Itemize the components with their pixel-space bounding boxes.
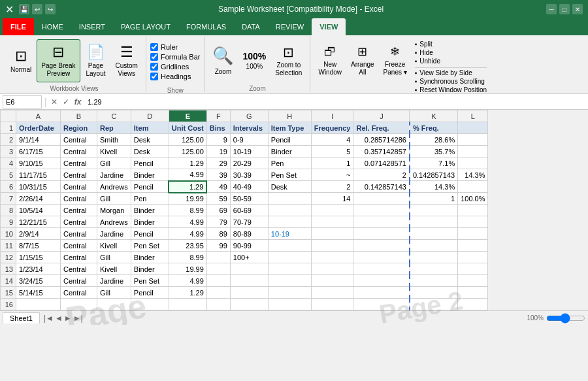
tab-pagelayout[interactable]: PAGE LAYOUT bbox=[113, 18, 178, 35]
restore-icon[interactable]: □ bbox=[559, 4, 570, 14]
tab-formulas[interactable]: FORMULAS bbox=[178, 18, 234, 35]
cell-A4[interactable]: 9/10/15 bbox=[16, 157, 61, 169]
freeze-panes-button[interactable]: ❄ FreezePanes ▾ bbox=[380, 39, 411, 82]
cell-I2[interactable]: 4 bbox=[311, 134, 353, 146]
cell-B8[interactable]: Central bbox=[61, 205, 97, 216]
cell-G9[interactable]: 70-79 bbox=[230, 216, 268, 228]
zoom-slider[interactable] bbox=[546, 313, 585, 323]
cell-E6[interactable]: 1.29 bbox=[169, 181, 206, 193]
cell-B16[interactable] bbox=[61, 299, 97, 310]
page-layout-button[interactable]: 📄 PageLayout bbox=[82, 39, 110, 82]
tab-view[interactable]: VIEW bbox=[312, 18, 346, 35]
cell-F3[interactable]: 19 bbox=[206, 146, 230, 157]
cell-A10[interactable]: 2/9/14 bbox=[16, 228, 61, 240]
cell-I12[interactable] bbox=[311, 252, 353, 263]
cell-F4[interactable]: 29 bbox=[206, 157, 230, 169]
cell-H7[interactable] bbox=[268, 193, 311, 205]
cell-H3[interactable]: Binder bbox=[268, 146, 311, 157]
cell-A8[interactable]: 10/5/14 bbox=[16, 205, 61, 216]
cell-F13[interactable] bbox=[206, 263, 230, 275]
normal-view-button[interactable]: ⊡ Normal bbox=[7, 39, 35, 82]
cell-I13[interactable] bbox=[311, 263, 353, 275]
cell-J8[interactable] bbox=[353, 205, 410, 216]
cell-D15[interactable]: Pencil bbox=[131, 287, 169, 299]
cell-F16[interactable] bbox=[206, 299, 230, 310]
sheet-nav-next[interactable]: ► bbox=[64, 314, 72, 323]
cell-G6[interactable]: 40-49 bbox=[230, 181, 268, 193]
cell-A6[interactable]: 10/31/15 bbox=[16, 181, 61, 193]
cell-E14[interactable]: 4.99 bbox=[169, 275, 206, 287]
cell-G5[interactable]: 30-39 bbox=[230, 169, 268, 181]
cell-E1[interactable]: Unit Cost bbox=[169, 122, 206, 134]
cell-E9[interactable]: 4.99 bbox=[169, 216, 206, 228]
row-header-4[interactable]: 4 bbox=[1, 157, 16, 169]
cell-F1[interactable]: Bins bbox=[206, 122, 230, 134]
cell-J1[interactable]: Rel. Freq. bbox=[353, 122, 410, 134]
cell-E12[interactable]: 8.99 bbox=[169, 252, 206, 263]
unhide-option[interactable]: ▪ Unhide bbox=[415, 58, 487, 65]
cell-J16[interactable] bbox=[353, 299, 410, 310]
row-header-15[interactable]: 15 bbox=[1, 287, 16, 299]
col-header-B[interactable]: B bbox=[61, 110, 97, 122]
cell-F9[interactable]: 79 bbox=[206, 216, 230, 228]
gridlines-checkbox[interactable] bbox=[150, 63, 158, 71]
cell-K12[interactable] bbox=[410, 252, 458, 263]
row-header-14[interactable]: 14 bbox=[1, 275, 16, 287]
save-icon[interactable]: 💾 bbox=[19, 4, 29, 14]
cell-K1[interactable]: % Freq. bbox=[410, 122, 458, 134]
cell-J9[interactable] bbox=[353, 216, 410, 228]
split-option[interactable]: ▪ Split bbox=[415, 41, 487, 48]
cell-I16[interactable] bbox=[311, 299, 353, 310]
headings-checkbox[interactable] bbox=[150, 73, 158, 80]
cell-D8[interactable]: Binder bbox=[131, 205, 169, 216]
cell-B9[interactable]: Central bbox=[61, 216, 97, 228]
cell-H16[interactable] bbox=[268, 299, 311, 310]
cell-H5[interactable]: Pen Set bbox=[268, 169, 311, 181]
cell-L4[interactable] bbox=[458, 157, 488, 169]
row-header-13[interactable]: 13 bbox=[1, 263, 16, 275]
cell-L12[interactable] bbox=[458, 252, 488, 263]
cell-B2[interactable]: Central bbox=[61, 134, 97, 146]
cell-A14[interactable]: 3/24/15 bbox=[16, 275, 61, 287]
formulabar-checkbox-label[interactable]: Formula Bar bbox=[150, 53, 201, 61]
view-side-by-side-option[interactable]: ▪ View Side by Side bbox=[415, 69, 487, 76]
cell-L14[interactable] bbox=[458, 275, 488, 287]
cell-L10[interactable] bbox=[458, 228, 488, 240]
row-header-5[interactable]: 5 bbox=[1, 169, 16, 181]
cell-C14[interactable]: Jardine bbox=[97, 275, 131, 287]
cell-E15[interactable]: 1.29 bbox=[169, 287, 206, 299]
cell-K7[interactable]: 1 bbox=[410, 193, 458, 205]
cell-C5[interactable]: Jardine bbox=[97, 169, 131, 181]
cell-C4[interactable]: Gill bbox=[97, 157, 131, 169]
cell-G15[interactable] bbox=[230, 287, 268, 299]
spreadsheet-scroll[interactable]: A B C D E F G H I J K L 1 Ord bbox=[0, 110, 588, 310]
cell-K9[interactable] bbox=[410, 216, 458, 228]
cell-B6[interactable]: Central bbox=[61, 181, 97, 193]
cell-F11[interactable]: 99 bbox=[206, 240, 230, 252]
cell-G14[interactable] bbox=[230, 275, 268, 287]
cell-H12[interactable] bbox=[268, 252, 311, 263]
cell-J3[interactable]: 0.357142857 bbox=[353, 146, 410, 157]
cell-B4[interactable]: Central bbox=[61, 157, 97, 169]
cell-F7[interactable]: 59 bbox=[206, 193, 230, 205]
undo-icon[interactable]: ↩ bbox=[32, 4, 42, 14]
cell-G10[interactable]: 80-89 bbox=[230, 228, 268, 240]
cell-F10[interactable]: 89 bbox=[206, 228, 230, 240]
cell-I6[interactable]: 2 bbox=[311, 181, 353, 193]
cell-C6[interactable]: Andrews bbox=[97, 181, 131, 193]
cell-J11[interactable] bbox=[353, 240, 410, 252]
gridlines-checkbox-label[interactable]: Gridlines bbox=[150, 63, 201, 71]
cell-A16[interactable] bbox=[16, 299, 61, 310]
cell-C10[interactable]: Jardine bbox=[97, 228, 131, 240]
cell-G12[interactable]: 100+ bbox=[230, 252, 268, 263]
cell-E10[interactable]: 4.99 bbox=[169, 228, 206, 240]
cell-F2[interactable]: 9 bbox=[206, 134, 230, 146]
row-header-11[interactable]: 11 bbox=[1, 240, 16, 252]
cell-A13[interactable]: 1/23/14 bbox=[16, 263, 61, 275]
cell-H15[interactable] bbox=[268, 287, 311, 299]
cell-D5[interactable]: Binder bbox=[131, 169, 169, 181]
cell-D11[interactable]: Pen Set bbox=[131, 240, 169, 252]
cell-G2[interactable]: 0-9 bbox=[230, 134, 268, 146]
cell-H6[interactable]: Desk bbox=[268, 181, 311, 193]
cell-J15[interactable] bbox=[353, 287, 410, 299]
